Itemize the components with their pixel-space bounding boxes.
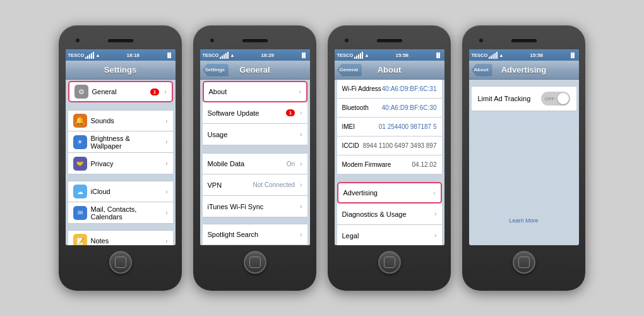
general-software-item[interactable]: Software Update 1 › xyxy=(203,102,307,124)
settings-notes-item[interactable]: 📝 Notes › xyxy=(68,230,173,245)
adv-group: Limit Ad Tracking OFF xyxy=(472,86,576,111)
wifi-addr-label: Wi-Fi Address xyxy=(342,85,382,92)
wifi-icon-2: ▲ xyxy=(230,52,234,58)
carrier-3: TESCO xyxy=(337,52,354,58)
nav-bar-4: About Advertising xyxy=(469,61,579,80)
software-label: Software Update xyxy=(208,109,282,117)
settings-icloud-item[interactable]: ☁ iCloud › xyxy=(68,181,173,202)
sep-1b xyxy=(66,174,176,181)
brightness-icon: ☀ xyxy=(73,135,87,149)
vpn-value: Not Connected xyxy=(253,181,295,188)
wifi-addr-value: 40:A6:D9:BF:6C:31 xyxy=(382,85,437,92)
wifi-icon-4: ▲ xyxy=(499,52,503,58)
phone-1-bottom xyxy=(63,245,177,279)
about-legal-item[interactable]: Legal › xyxy=(337,225,442,245)
phone-1-screen: TESCO ▲ 18:18 ▐▌ Settings xyxy=(66,49,176,245)
signal-4 xyxy=(489,52,498,59)
nav-bar-3: General About xyxy=(335,61,444,80)
time-2: 18:29 xyxy=(261,52,274,58)
phone-4: TESCO ▲ 15:58 ▐▌ About Advertising xyxy=(462,25,585,291)
general-chevron: › xyxy=(164,88,166,95)
modem-label: Modem Firmware xyxy=(342,161,412,168)
about-advertising-item[interactable]: Advertising › xyxy=(337,182,442,204)
settings-mail-item[interactable]: ✉ Mail, Contacts, Calendars › xyxy=(68,202,173,224)
general-vpn-item[interactable]: VPN Not Connected › xyxy=(203,174,307,196)
settings-general-item[interactable]: ⚙ General 1 › xyxy=(68,81,173,102)
wifi-icon-3: ▲ xyxy=(364,52,369,58)
privacy-label: Privacy xyxy=(91,160,162,167)
about-label: About xyxy=(209,88,295,95)
usage-label: Usage xyxy=(208,131,297,138)
home-button-2[interactable] xyxy=(244,251,266,274)
general-itunes-item[interactable]: iTunes Wi-Fi Sync › xyxy=(203,196,307,217)
about-imei-row: IMEI 01 254400 987187 5 xyxy=(337,118,442,137)
advertising-label: Advertising xyxy=(343,189,430,197)
general-mobiledata-item[interactable]: Mobile Data On › xyxy=(203,153,307,174)
mail-label: Mail, Contacts, Calendars xyxy=(91,205,162,221)
back-button-3[interactable]: General xyxy=(337,64,362,76)
battery-2: ▐▌ xyxy=(301,52,307,58)
nav-title-2: General xyxy=(239,65,270,75)
carrier-4: TESCO xyxy=(472,52,488,58)
privacy-icon: 🤝 xyxy=(73,157,87,171)
mobiledata-label: Mobile Data xyxy=(208,160,283,167)
notes-chevron: › xyxy=(165,238,167,245)
brightness-label: Brightness & Wallpaper xyxy=(91,135,162,150)
signal-2 xyxy=(220,52,229,59)
phone-1: TESCO ▲ 18:18 ▐▌ Settings xyxy=(59,25,182,291)
sep-3a xyxy=(335,174,444,181)
phone-4-top xyxy=(467,32,581,49)
home-button-3[interactable] xyxy=(378,251,401,274)
itunes-label: iTunes Wi-Fi Sync xyxy=(208,203,297,210)
speaker xyxy=(108,39,133,42)
battery-1: ▐▌ xyxy=(166,52,173,58)
camera-icon-4 xyxy=(479,39,483,42)
settings-brightness-item[interactable]: ☀ Brightness & Wallpaper › xyxy=(68,131,173,153)
spotlight-chevron: › xyxy=(300,231,302,238)
vpn-label: VPN xyxy=(208,181,249,189)
speaker-4 xyxy=(511,39,537,42)
phone-2-top xyxy=(198,32,312,49)
legal-chevron: › xyxy=(434,232,436,239)
about-chevron: › xyxy=(299,88,301,95)
phone-2-screen: TESCO ▲ 18:29 ▐▌ Settings General xyxy=(200,49,310,245)
sounds-chevron: › xyxy=(165,118,167,125)
itunes-chevron: › xyxy=(300,203,302,210)
vpn-chevron: › xyxy=(300,181,302,188)
camera-icon-2 xyxy=(210,39,214,42)
bt-label: Bluetooth xyxy=(342,104,382,111)
diagnostics-chevron: › xyxy=(434,210,436,217)
phone-2-bottom xyxy=(198,245,312,279)
iccid-label: ICCID xyxy=(342,142,363,149)
status-bar-4: TESCO ▲ 15:58 ▐▌ xyxy=(469,49,579,61)
icloud-icon: ☁ xyxy=(73,185,87,198)
time-3: 15:58 xyxy=(396,52,408,58)
advertising-chevron: › xyxy=(433,190,435,197)
about-diagnostics-item[interactable]: Diagnostics & Usage › xyxy=(337,204,442,225)
time-4: 15:58 xyxy=(530,52,543,58)
battery-4: ▐▌ xyxy=(569,52,576,58)
about-iccid-row: ICCID 8944 1100 6497 3493 897 xyxy=(337,137,442,155)
settings-sounds-item[interactable]: 🔔 Sounds › xyxy=(68,110,173,131)
sep-2b xyxy=(200,217,310,224)
phone-3: TESCO ▲ 15:58 ▐▌ General About Wi-Fi xyxy=(328,25,451,291)
settings-privacy-item[interactable]: 🤝 Privacy › xyxy=(68,153,173,174)
sounds-label: Sounds xyxy=(91,117,162,125)
limit-ad-tracking-row: Limit Ad Tracking OFF xyxy=(472,87,576,111)
icloud-label: iCloud xyxy=(91,188,162,195)
learn-more-link[interactable]: Learn More xyxy=(472,217,576,224)
home-button-4[interactable] xyxy=(513,251,535,274)
home-button-1[interactable] xyxy=(109,251,132,274)
camera-icon-3 xyxy=(345,39,349,42)
bt-value: 40:A6:D9:BF:6C:30 xyxy=(382,104,437,111)
back-button-4[interactable]: About xyxy=(472,64,492,76)
about-modem-row: Modem Firmware 04.12.02 xyxy=(337,155,442,174)
status-bar-2: TESCO ▲ 18:29 ▐▌ xyxy=(200,49,310,61)
general-spotlight-item[interactable]: Spotlight Search › xyxy=(203,224,307,245)
brightness-chevron: › xyxy=(165,138,167,145)
general-about-item[interactable]: About › xyxy=(203,81,307,102)
general-usage-item[interactable]: Usage › xyxy=(203,124,307,145)
back-button-2[interactable]: Settings xyxy=(203,64,229,76)
speaker-2 xyxy=(242,39,268,42)
limit-ad-toggle[interactable]: OFF xyxy=(541,92,570,106)
